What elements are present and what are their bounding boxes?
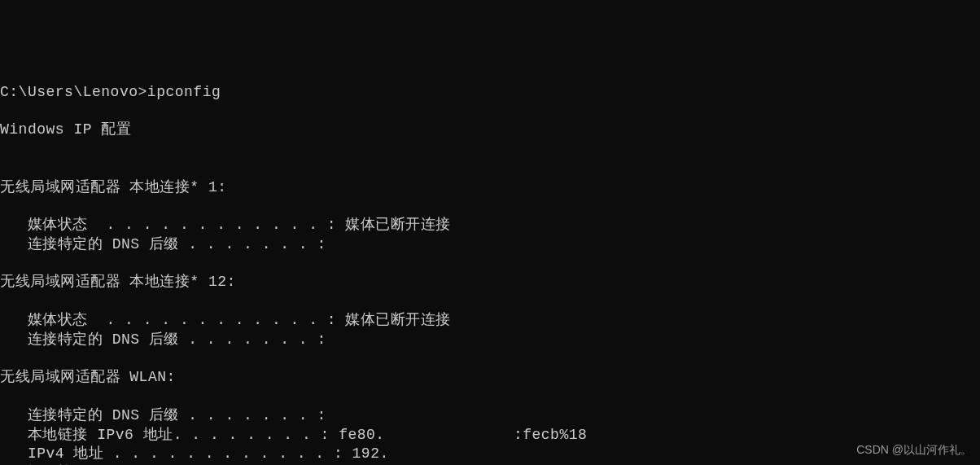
adapter-title: 无线局域网适配器 本地连接* 1: (0, 179, 227, 195)
ip-config-header: Windows IP 配置 (0, 121, 131, 138)
config-value: 媒体已断开连接 (336, 217, 451, 233)
config-line: 连接特定的 DNS 后缀 . . . . . . . : (0, 236, 326, 252)
config-label: 连接特定的 DNS 后缀 . . . . . . . : (0, 407, 326, 423)
config-label: 连接特定的 DNS 后缀 . . . . . . . : (0, 236, 326, 252)
config-line: 本地链接 IPv6 地址. . . . . . . . : fe80. :fec… (0, 427, 587, 443)
config-line: 连接特定的 DNS 后缀 . . . . . . . : (0, 331, 326, 348)
config-value: 媒体已断开连接 (336, 312, 451, 328)
config-value: fe80. :fecb%18 (330, 427, 587, 443)
config-line: IPv4 地址 . . . . . . . . . . . . : 192. (0, 445, 389, 462)
command: ipconfig (147, 84, 221, 100)
adapter-title: 无线局域网适配器 WLAN: (0, 369, 176, 385)
watermark: CSDN @以山河作礼。 (856, 442, 972, 457)
config-label: IPv4 地址 . . . . . . . . . . . . : (0, 445, 343, 462)
config-line: 媒体状态 . . . . . . . . . . . . : 媒体已断开连接 (0, 217, 451, 233)
config-line: 媒体状态 . . . . . . . . . . . . : 媒体已断开连接 (0, 312, 451, 328)
config-label: 媒体状态 . . . . . . . . . . . . : (0, 217, 336, 233)
config-value: 192. (343, 445, 389, 462)
config-label: 本地链接 IPv6 地址. . . . . . . . : (0, 427, 330, 443)
config-label: 媒体状态 . . . . . . . . . . . . : (0, 312, 336, 328)
config-line: 连接特定的 DNS 后缀 . . . . . . . : (0, 407, 326, 423)
prompt-line: C:\Users\Lenovo>ipconfig (0, 84, 221, 100)
adapter-title: 无线局域网适配器 本地连接* 12: (0, 274, 236, 290)
terminal-output[interactable]: C:\Users\Lenovo>ipconfig Windows IP 配置 无… (0, 83, 980, 465)
prompt: C:\Users\Lenovo> (0, 84, 147, 100)
config-label: 连接特定的 DNS 后缀 . . . . . . . : (0, 331, 326, 348)
